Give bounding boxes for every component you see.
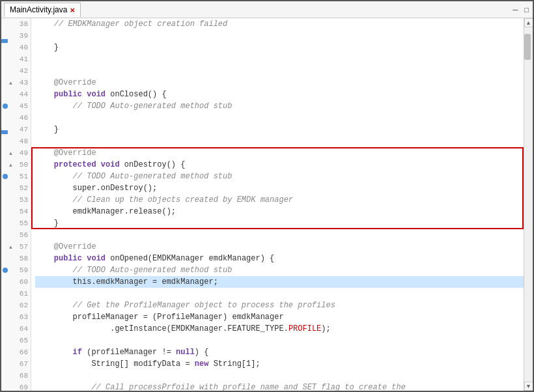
code-line-51: // TODO Auto-generated method stub: [35, 171, 524, 182]
gutter-line-63: 63: [1, 311, 31, 323]
code-line-59: // TODO Auto-generated method stub: [35, 264, 524, 276]
minimize-button[interactable]: ─: [512, 6, 520, 14]
code-line-50: protected void onDestroy() {: [35, 159, 524, 171]
gutter-line-69: 69: [1, 382, 31, 391]
code-line-49: @Override: [35, 147, 524, 159]
gutter-line-62: 62: [1, 300, 31, 311]
file-tab-name: MainActivity.java: [10, 5, 67, 14]
code-line-66: if (profileManager != null) {: [35, 346, 524, 358]
gutter-line-51: 51: [1, 171, 31, 182]
gutter-line-65: 65: [1, 335, 31, 346]
code-line-57: @Override: [35, 241, 524, 253]
code-line-41: [35, 53, 524, 65]
gutter-line-53: 53: [1, 194, 31, 206]
gutter-line-43: 43: [1, 77, 31, 89]
gutter-line-44: 44: [1, 89, 31, 100]
gutter-line-48: 48: [1, 135, 31, 147]
code-line-61: [35, 288, 524, 300]
code-line-68: [35, 370, 524, 382]
gutter-line-50: 50: [1, 159, 31, 171]
code-area[interactable]: // EMDKManager object creation failed } …: [31, 18, 524, 391]
code-line-42: [35, 65, 524, 77]
code-line-47: }: [35, 124, 524, 135]
scroll-indicator: [1, 39, 8, 43]
editor-window: MainActivity.java × ─ □ 3839404142434445…: [0, 0, 534, 392]
title-bar: MainActivity.java × ─ □: [1, 1, 533, 18]
gutter-line-40: 40: [1, 42, 31, 53]
code-line-52: super.onDestroy();: [35, 182, 524, 194]
code-line-65: [35, 335, 524, 346]
gutter-line-46: 46: [1, 112, 31, 124]
scroll-down-button[interactable]: ▼: [524, 382, 533, 391]
code-line-45: // TODO Auto-generated method stub: [35, 100, 524, 112]
scroll-up-button[interactable]: ▲: [524, 18, 533, 27]
tab-close-button[interactable]: ×: [70, 6, 75, 14]
scroll-indicator2: [1, 130, 8, 134]
gutter-line-56: 56: [1, 229, 31, 241]
gutter-line-64: 64: [1, 323, 31, 335]
code-line-54: emdkManager.release();: [35, 206, 524, 217]
vertical-scrollbar[interactable]: ▲ ▼: [524, 18, 533, 391]
gutter-line-49: 49: [1, 147, 31, 159]
gutter-line-54: 54: [1, 206, 31, 217]
code-line-55: }: [35, 217, 524, 229]
code-line-62: // Get the ProfileManager object to proc…: [35, 300, 524, 311]
scrollbar-thumb[interactable]: [524, 34, 531, 60]
maximize-button[interactable]: □: [523, 6, 530, 14]
gutter-line-52: 52: [1, 182, 31, 194]
gutter-line-55: 55: [1, 217, 31, 229]
code-line-48: [35, 135, 524, 147]
code-line-53: // Clean up the objects created by EMDK …: [35, 194, 524, 206]
gutter-line-38: 38: [1, 18, 31, 30]
gutter-line-68: 68: [1, 370, 31, 382]
code-line-67: String[] modifyData = new String[1];: [35, 358, 524, 370]
gutter-line-67: 67: [1, 358, 31, 370]
gutter-line-45: 45: [1, 100, 31, 112]
gutter-line-66: 66: [1, 346, 31, 358]
gutter-line-60: 60: [1, 276, 31, 288]
gutter-line-61: 61: [1, 288, 31, 300]
code-line-60: this.emdkManager = emdkManager;: [35, 276, 524, 288]
gutter-line-58: 58: [1, 253, 31, 264]
gutter-line-42: 42: [1, 65, 31, 77]
code-line-43: @Override: [35, 77, 524, 89]
file-tab[interactable]: MainActivity.java ×: [4, 3, 81, 17]
code-line-38: // EMDKManager object creation failed: [35, 18, 524, 30]
code-line-64: .getInstance(EMDKManager.FEATURE_TYPE.PR…: [35, 323, 524, 335]
code-line-63: profileManager = (ProfileManager) emdkMa…: [35, 311, 524, 323]
gutter-line-57: 57: [1, 241, 31, 253]
window-controls: ─ □: [512, 6, 530, 14]
code-line-44: public void onClosed() {: [35, 89, 524, 100]
gutter-line-41: 41: [1, 53, 31, 65]
code-line-58: public void onOpened(EMDKManager emdkMan…: [35, 253, 524, 264]
code-line-40: }: [35, 42, 524, 53]
editor-area: 3839404142434445464748495051525354555657…: [1, 18, 533, 391]
code-line-69: // Call processPrfoile with profile name…: [35, 382, 524, 391]
gutter-line-59: 59: [1, 264, 31, 276]
code-line-46: [35, 112, 524, 124]
code-line-39: [35, 30, 524, 42]
line-gutter: 3839404142434445464748495051525354555657…: [1, 18, 31, 391]
code-line-56: [35, 229, 524, 241]
